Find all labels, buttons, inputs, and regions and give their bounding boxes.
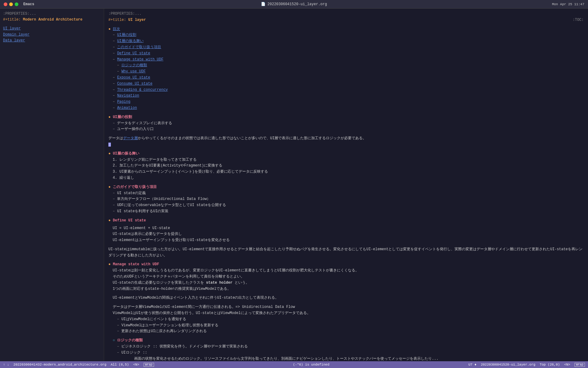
statusbar-wrap-right: Wrap xyxy=(575,363,585,367)
statusbar-branch-icon: ↑ ↓ xyxy=(3,363,9,366)
statusbar-utf-right: U7 ♦ xyxy=(469,363,477,366)
left-links: UI_layer Domain_layer Data_layer xyxy=(3,26,101,44)
manage-body1: UI-stateは刻一刻と変化しうるものであるが、変更ロジックをUI-eleme… xyxy=(113,268,584,292)
behavior-item-3: 繰り返し xyxy=(119,175,134,181)
datetime: Mon Apr 25 11:47 xyxy=(552,2,584,6)
left-link-ui[interactable]: UI_layer xyxy=(3,26,21,31)
toc-item-4[interactable]: Manage state with UDF xyxy=(117,57,163,62)
toc-item-paging[interactable]: Paging xyxy=(117,100,130,104)
left-title-line: #+title: Modern Android Architecture xyxy=(3,17,101,23)
behavior-item-2: UI要素からのユーザーインプット(イベント)を受け取り、必要に応じてデータに反映… xyxy=(119,169,268,175)
left-pane: :PROPERTIES:... #+title: Modern Android … xyxy=(0,9,104,361)
manage-body3: データはデータ層ViewModelのUI-element間に一方通行に伝達される… xyxy=(113,304,584,335)
toc-item-3[interactable]: Define UI state xyxy=(117,51,150,56)
define-item-1: UI-stateは表示に必要なデータを提供し xyxy=(113,232,182,236)
main-area: :PROPERTIES:... #+title: Modern Android … xyxy=(0,9,588,361)
file-title: 20220306041520-ui_layer.org xyxy=(267,2,327,6)
guide-item-3: UI stateを利用するUIの実装 xyxy=(117,209,168,213)
section-ui-behavior-heading: UI層の振る舞い xyxy=(113,151,139,156)
section-ui-behavior: ● UI層の振る舞い 1.レンダリング前にデータを取ってきて加工する 2.加工し… xyxy=(108,151,584,181)
statusbar-right: U7 ♦ 20220306041520-ui_layer.org Top (26… xyxy=(469,363,585,367)
section-ui-role: ● UI層の役割 – データをディスプレイに表示する – ユーザー操作の入り口 … xyxy=(108,114,584,148)
toc-item-1[interactable]: UI層の振る舞い xyxy=(117,39,143,43)
guide-item-0: UI stateの定義 xyxy=(117,191,146,195)
section-define-heading: Define UI state xyxy=(113,218,146,223)
manage-body2: UI-elementとViewModelの関係はイベント入力とそれに伴うUI-s… xyxy=(113,295,584,301)
toc-item-5[interactable]: ロジックの種類 xyxy=(121,63,147,67)
section-guide-items: ● このガイドで取り扱う項目 – UI stateの定義 – 単方向データフロー… xyxy=(108,184,584,215)
titlebar: Emacs 📄 20220306041520-ui_layer.org Mon … xyxy=(0,0,588,9)
traffic-lights xyxy=(4,2,18,6)
toc-label: :TOC: xyxy=(573,17,584,23)
guide-item-2: UDFに従ってobservableなデータ型としてUI stateを公開する xyxy=(117,203,226,207)
left-title-value: Modern Android Architecture xyxy=(23,17,82,22)
right-props: :PROPERTIES:... xyxy=(108,11,584,17)
statusbar-center-text: (-*6) is undefined xyxy=(293,363,330,366)
toc-item-0[interactable]: UI層の役割 xyxy=(117,33,136,37)
titlebar-right: Mon Apr 25 11:47 xyxy=(552,2,584,6)
close-button[interactable] xyxy=(4,2,7,6)
section-guide-heading: このガイドで取り扱う項目 xyxy=(113,185,157,189)
file-icon: 📄 xyxy=(261,2,266,6)
toc-item-6[interactable]: Why use UDF xyxy=(121,69,145,74)
right-title-label: #+title: xyxy=(108,18,126,22)
cursor xyxy=(108,143,111,147)
data-layer-link[interactable]: データ層 xyxy=(123,136,138,140)
statusbar-file-right[interactable]: 20220306041520-ui_layer.org xyxy=(481,363,535,366)
behavior-item-0: レンダリング前にデータを取ってきて加工する xyxy=(119,157,197,163)
section-define-ui-state: ● Define UI state UI = UI-element + UI-s… xyxy=(108,218,584,259)
right-title-line: #+title: UI layer :TOC: xyxy=(108,17,584,23)
window-title: 📄 20220306041520-ui_layer.org xyxy=(261,2,327,6)
logic-item-biz: ビジネスロジック :: 状態変化を伴う。ドメイン層やデータ層で実装される xyxy=(121,344,248,349)
left-link-data[interactable]: Data_layer xyxy=(3,38,25,43)
toc-heading[interactable]: 目次 xyxy=(113,27,120,31)
toc-item-7[interactable]: Expose UI state xyxy=(117,75,150,80)
toc-item-animation[interactable]: Animation xyxy=(117,106,137,110)
toc-item-9[interactable]: Threading & concurrency xyxy=(117,88,168,92)
statusbar-pos-left: All (6,5) xyxy=(111,363,129,366)
section-manage-state: ● Manage state with UDF UI-stateは刻一刻と変化し… xyxy=(108,262,584,361)
statusbar-left: ↑ ↓ 20220306041432-modern_android_archit… xyxy=(3,363,154,367)
statusbar-file-left[interactable]: 20220306041432-modern_android_architectu… xyxy=(13,363,107,366)
minimize-button[interactable] xyxy=(9,2,13,6)
statusbar-center: (-*6) is undefined xyxy=(293,363,330,366)
guide-item-1: 単方向データフロー（Unidirectional Data Flow） xyxy=(117,197,210,201)
right-title-value: UI layer xyxy=(128,18,146,22)
sub-logic-heading: ロジックの種類 xyxy=(117,338,143,343)
toc-item-2[interactable]: このガイドで取り扱う項目 xyxy=(117,45,161,49)
fullscreen-button[interactable] xyxy=(15,2,18,6)
statusbar-wrap-left: Wrap xyxy=(144,363,154,367)
define-item-2: UI-elementはユーザーインプットを受け取りUI-stateを変化させる xyxy=(113,238,230,242)
left-link-domain[interactable]: Domain_layer xyxy=(3,33,29,37)
left-title-label: #+title: xyxy=(3,17,21,22)
ui-role-item-1: ユーザー操作の入り口 xyxy=(117,127,154,131)
section-ui-role-heading: UI層の役割 xyxy=(113,115,132,119)
define-body: UI-stateはimmutableに扱った方がよい。UI-elementで直接… xyxy=(108,247,584,259)
right-pane: :PROPERTIES:... #+title: UI layer :TOC: … xyxy=(104,9,588,361)
statusbar-mode-left: <N> xyxy=(133,363,139,366)
toc-item-navigation[interactable]: Navigation xyxy=(117,94,139,98)
sub-logic-types: ○ ロジックの種類 – ビジネスロジック :: 状態変化を伴う。ドメイン層やデー… xyxy=(108,338,584,361)
left-props: :PROPERTIES:... xyxy=(3,11,101,17)
ui-role-body: データはデータ層からやってくるがそのままの状態では表示に適した形ではないことが多… xyxy=(108,136,584,142)
statusbar: ↑ ↓ 20220306041432-modern_android_archit… xyxy=(0,361,588,368)
toc-item-8[interactable]: Consume UI state xyxy=(117,82,152,86)
toc-section: ● 目次 – UI層の役割 – UI層の振る舞い – このガイドで取り扱う項目 … xyxy=(108,26,584,111)
app-name: Emacs xyxy=(23,2,34,6)
define-item-0: UI = UI-element + UI-state xyxy=(113,226,170,230)
section-manage-heading: Manage state with UDF xyxy=(113,262,159,266)
behavior-item-1: 加工したデータをUI要素(ActivityやFragment)に変換する xyxy=(119,163,222,169)
statusbar-pos-right: Top (26,0) xyxy=(540,363,560,366)
statusbar-mode-right: <N> xyxy=(564,363,570,366)
logic-item-ui-label: UIロジック :: xyxy=(121,351,147,355)
ui-role-item-0: データをディスプレイに表示する xyxy=(117,121,172,125)
logic-item-ui-body: 画面の状態を変化させるためのロジック。リソースファイルから文字列を取ってきたり、… xyxy=(121,356,584,361)
